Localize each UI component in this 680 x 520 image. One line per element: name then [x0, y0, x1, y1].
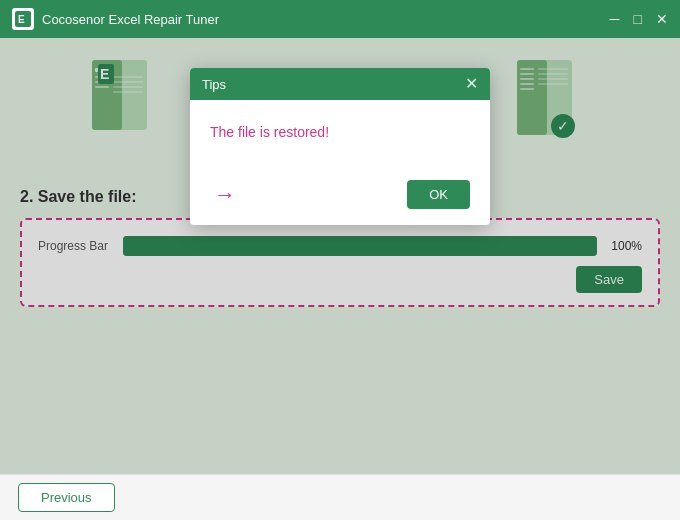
- modal-overlay: Tips ✕ The file is restored! → OK: [0, 38, 680, 474]
- arrow-icon: →: [210, 182, 236, 208]
- app-logo: E: [12, 8, 34, 30]
- maximize-button[interactable]: □: [634, 11, 642, 27]
- close-button[interactable]: ✕: [656, 11, 668, 27]
- svg-text:E: E: [18, 14, 25, 25]
- window-controls: ─ □ ✕: [610, 11, 668, 27]
- titlebar: E Cocosenor Excel Repair Tuner ─ □ ✕: [0, 0, 680, 38]
- modal-footer: → OK: [190, 180, 490, 225]
- tips-modal: Tips ✕ The file is restored! → OK: [190, 68, 490, 225]
- modal-body: The file is restored!: [190, 100, 490, 180]
- modal-close-button[interactable]: ✕: [465, 76, 478, 92]
- ok-button[interactable]: OK: [407, 180, 470, 209]
- main-content: E ✓ 2. Save the file: Progress Bar 100%: [0, 38, 680, 474]
- bottom-bar: Previous: [0, 474, 680, 520]
- previous-button[interactable]: Previous: [18, 483, 115, 512]
- modal-title: Tips: [202, 77, 226, 92]
- modal-header: Tips ✕: [190, 68, 490, 100]
- modal-message: The file is restored!: [210, 124, 470, 140]
- minimize-button[interactable]: ─: [610, 11, 620, 27]
- app-title: Cocosenor Excel Repair Tuner: [42, 12, 610, 27]
